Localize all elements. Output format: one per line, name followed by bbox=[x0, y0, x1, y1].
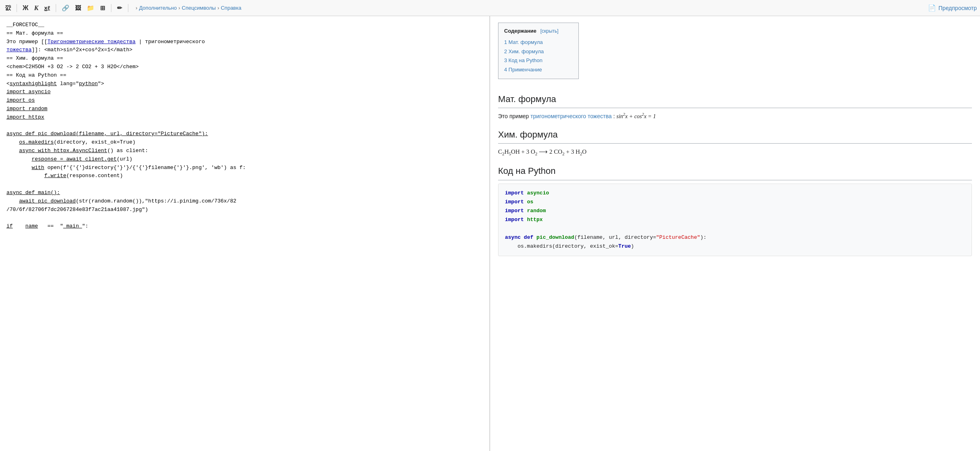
toolbar: 꺐 Ж К x̲ℓ 🔗 🖼 📁 ⊞ ✏ › Дополнительно › Сп… bbox=[0, 0, 980, 16]
code-line-import-os: import os bbox=[505, 198, 965, 207]
code-block-python: import asyncio import os import random i… bbox=[498, 184, 972, 257]
toc-item-3[interactable]: 3 Код на Python bbox=[504, 56, 573, 65]
editor-line-21: async def main(): bbox=[6, 189, 483, 197]
editor-line-11: import random bbox=[6, 105, 483, 113]
editor-line-5: == Хим. формула == bbox=[6, 54, 483, 63]
nav-extra[interactable]: Дополнительно bbox=[139, 5, 177, 11]
nav-help[interactable]: Справка bbox=[221, 5, 241, 11]
code-line-funcdef: async def pic_download(filename, url, di… bbox=[505, 233, 965, 242]
editor-line-22: await pic_download(str(random.random()),… bbox=[6, 197, 483, 206]
code-line-import-random: import random bbox=[505, 207, 965, 215]
toc-item-4[interactable]: 4 Применчание bbox=[504, 65, 573, 75]
editor-line-9: import asyncio bbox=[6, 88, 483, 96]
main-layout: __FORCETOC__ == Мат. формула == Это прим… bbox=[0, 16, 980, 451]
section-heading-math: Мат. формула bbox=[498, 92, 972, 108]
toc-title: Содержание [скрыть] bbox=[504, 27, 573, 35]
editor-line-17: response = await client.get(url) bbox=[6, 155, 483, 164]
preview-label: Предпросмотр bbox=[938, 5, 977, 11]
toolbar-separator-1 bbox=[17, 4, 17, 12]
toolbar-separator-4 bbox=[128, 4, 128, 12]
toolbar-separator-2 bbox=[56, 4, 56, 12]
editor-line-6: <chem>C2H5OH +3 O2 -> 2 CO2 + 3 H2O</che… bbox=[6, 63, 483, 71]
table-icon[interactable]: ⊞ bbox=[98, 4, 107, 13]
editor-line-15: os.makedirs(directory, exist_ok=True) bbox=[6, 138, 483, 147]
editor-line-19: f.write(response.content) bbox=[6, 172, 483, 180]
code-line-import-httpx: import httpx bbox=[505, 215, 965, 224]
editor-line-8: <syntaxhighlight lang="python"> bbox=[6, 80, 483, 88]
editor-line-12: import httpx bbox=[6, 113, 483, 122]
italic-icon[interactable]: К bbox=[32, 4, 40, 13]
image-icon[interactable]: 🖼 bbox=[73, 4, 83, 12]
preview-panel: Содержание [скрыть] 1 Мат. формула 2 Хим… bbox=[490, 16, 980, 451]
editor-panel[interactable]: __FORCETOC__ == Мат. формула == Это прим… bbox=[0, 16, 490, 451]
editor-line-14: async def pic_download(filename, url, di… bbox=[6, 130, 483, 138]
toc-title-text: Содержание bbox=[504, 28, 536, 34]
nav-special[interactable]: Спецсимволы bbox=[182, 5, 216, 11]
preview-icon: 📄 bbox=[928, 4, 936, 12]
editor-line-18: with open(f'{'{'}directory{'}'}/{'{'}fil… bbox=[6, 164, 483, 172]
preview-button[interactable]: 📄 Предпросмотр bbox=[928, 4, 977, 12]
code-line-blank-1 bbox=[505, 224, 965, 233]
editor-line-7: == Код на Python == bbox=[6, 71, 483, 80]
section-math-link[interactable]: тригонометрического тожества bbox=[530, 113, 611, 119]
toc-box: Содержание [скрыть] 1 Мат. формула 2 Хим… bbox=[498, 23, 579, 79]
code-line-import-asyncio: import asyncio bbox=[505, 189, 965, 198]
editor-line-20 bbox=[6, 180, 483, 189]
editor-line-10: import os bbox=[6, 96, 483, 105]
nav-chevron-2: › bbox=[178, 5, 180, 11]
editor-line-3: Это пример [[Тригонометрические тождеств… bbox=[6, 38, 483, 46]
section-heading-chem: Хим. формула bbox=[498, 127, 972, 144]
section-math-text: Это пример bbox=[498, 113, 530, 119]
section-heading-python: Код на Python bbox=[498, 164, 972, 180]
code-line-makedirs: os.makedirs(directory, exist_ok=True) bbox=[505, 242, 965, 251]
underline-icon[interactable]: x̲ℓ bbox=[42, 4, 52, 12]
nav-chevron-3: › bbox=[218, 5, 219, 11]
wiki-icon[interactable]: 꺐 bbox=[3, 3, 13, 13]
toolbar-separator-3 bbox=[111, 4, 111, 12]
toolbar-nav: › Дополнительно › Спецсимволы › Справка bbox=[136, 5, 241, 11]
editor-line-16: async with httpx.AsyncClient() as client… bbox=[6, 147, 483, 155]
toc-item-2[interactable]: 2 Хим. формула bbox=[504, 47, 573, 56]
pencil-icon[interactable]: ✏ bbox=[115, 4, 124, 13]
editor-line-1: __FORCETOC__ bbox=[6, 21, 483, 29]
nav-chevron-1: › bbox=[136, 5, 137, 11]
bold-icon[interactable]: Ж bbox=[21, 4, 30, 13]
link-icon[interactable]: 🔗 bbox=[60, 4, 71, 13]
file-icon[interactable]: 📁 bbox=[85, 4, 96, 13]
editor-line-23: /70/6f/82706f7dc2067284e83f7ac21aa41087.… bbox=[6, 206, 483, 214]
editor-line-4: тожества]]: <math>sin^2x+cos^2x=1</math> bbox=[6, 46, 483, 54]
section-chem-formula: C2H5OH + 3 O2 ⟶ 2 CO2 + 3 H2O bbox=[498, 147, 972, 157]
editor-line-24 bbox=[6, 214, 483, 222]
editor-line-2: == Мат. формула == bbox=[6, 29, 483, 38]
editor-line-25: if name == " main ": bbox=[6, 222, 483, 231]
section-math-content: Это пример тригонометрического тожества … bbox=[498, 111, 972, 121]
toc-hide-button[interactable]: [скрыть] bbox=[540, 28, 559, 34]
section-math-formula: sin2x + cos2x = 1 bbox=[616, 113, 656, 119]
editor-line-13 bbox=[6, 122, 483, 130]
toc-items: 1 Мат. формула 2 Хим. формула 3 Код на P… bbox=[504, 38, 573, 75]
toc-item-1[interactable]: 1 Мат. формула bbox=[504, 38, 573, 47]
